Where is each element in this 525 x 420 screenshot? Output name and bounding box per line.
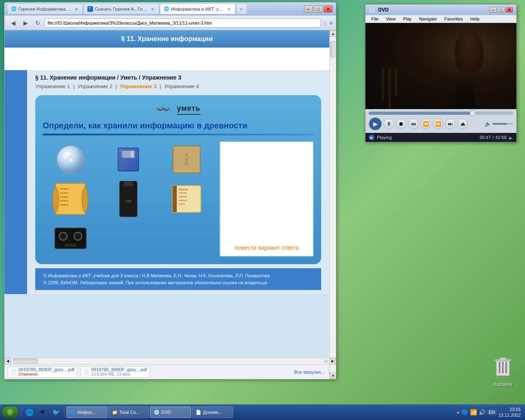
item-clay-tablet[interactable]: 𒀭𒈗𒄑𒂃𒀭𒈗 — [159, 141, 215, 178]
taskbar-app-dvd[interactable]: 💿 DVD — [150, 406, 191, 418]
nav-exercise2[interactable]: Упражнение 2 — [78, 83, 112, 89]
tray-network[interactable]: 📶 — [470, 409, 477, 415]
item-book[interactable]: Курсив≡≡≡≡≡≡≡≡≡≡≡≡≡≡≡≡≡≡≡ — [159, 180, 215, 217]
svg-rect-3 — [505, 362, 507, 373]
minimize-button[interactable]: ─ — [304, 5, 313, 13]
dvd-menu-navigate[interactable]: Navigate — [416, 16, 440, 22]
dvd-menu-view[interactable]: View — [383, 16, 399, 22]
dvd-next-chapter[interactable]: ⏭ — [445, 119, 456, 129]
dvd-seekbar-thumb[interactable] — [470, 110, 475, 116]
maximize-button[interactable]: □ — [314, 5, 323, 13]
item-cd[interactable] — [43, 141, 98, 178]
back-button[interactable]: ◀ — [8, 18, 18, 28]
download-item-1[interactable]: 📄 0919780_809DF_gory....pdf Отменено — [8, 366, 77, 378]
tray-date-display: 13.11.2012 — [498, 412, 521, 418]
dvd-menu-favorites[interactable]: Favorites — [441, 16, 466, 22]
dvd-fastforward[interactable]: ⏩ — [433, 119, 443, 129]
menu-button[interactable]: ≡ — [329, 20, 333, 26]
tab2-favicon: T — [87, 6, 93, 12]
nav-sep3: | — [160, 83, 162, 89]
tray-volume[interactable]: 🔊 — [479, 409, 486, 415]
tab1-close[interactable]: ✕ — [73, 6, 79, 12]
scroll-left-arrow[interactable]: ◀ — [5, 358, 11, 365]
dvd-win-controls: ─ □ ✕ — [489, 7, 513, 13]
tray-lang[interactable]: EN — [487, 409, 497, 415]
svg-rect-5 — [500, 358, 506, 360]
dvd-seekbar-fill — [369, 112, 472, 115]
close-button[interactable]: ✕ — [324, 5, 333, 13]
umet-label: уметь — [177, 104, 201, 115]
dvd-maximize[interactable]: □ — [498, 7, 505, 13]
h-scroll-thumb[interactable] — [13, 358, 38, 363]
dvd-menubar: File View Play Navigate Favorites Help — [365, 15, 516, 23]
dots-button[interactable]: ⊡ — [323, 359, 329, 363]
start-orb — [7, 409, 14, 415]
dvd-volume-bar[interactable] — [493, 123, 513, 125]
drop-area[interactable]: помести вариант ответа — [219, 141, 314, 257]
dvd-volume-icon: 🔈 — [485, 121, 491, 127]
tab-new[interactable]: + — [237, 4, 247, 14]
ql-eye[interactable]: 👁 — [37, 406, 49, 418]
tab-3[interactable]: 🌐 Информатика и ИКТ: уч… ✕ — [160, 4, 235, 14]
dvd-stop-button[interactable]: ⏹ — [396, 119, 406, 129]
start-button[interactable] — [2, 406, 19, 418]
all-downloads-link[interactable]: Все загрузки... — [294, 370, 324, 374]
tray-icon-1[interactable]: 🔵 — [461, 409, 468, 415]
item-usb[interactable]: USB — [101, 180, 157, 217]
ql-ie[interactable]: 🌐 — [23, 406, 36, 418]
horizontal-scrollbar[interactable]: ◀ ⊡ ▶ — [5, 358, 336, 364]
taskbar-dvd-icon: 💿 — [154, 410, 160, 415]
nav-exercise1[interactable]: Упражнение 1 — [35, 83, 70, 89]
dvd-play-button[interactable]: ▶ — [369, 117, 382, 130]
dvd-minimize[interactable]: ─ — [489, 7, 497, 13]
dvd-time-display: 30:47 / 42:08 🔈 — [479, 135, 513, 140]
scroll-right-arrow[interactable]: ▶ — [329, 358, 336, 365]
item-cassette[interactable] — [43, 220, 98, 257]
dvd-menu-play[interactable]: Play — [399, 16, 415, 22]
scroll-down-arrow[interactable]: ▼ — [330, 372, 336, 379]
taskbar-app-doc[interactable]: 📄 Докуме... — [192, 406, 233, 418]
item-floppy[interactable] — [101, 141, 157, 178]
dvd-seekbar-container[interactable] — [369, 112, 513, 115]
dvd-eject[interactable]: ⏏ — [457, 119, 468, 129]
tab-1[interactable]: 🌐 Горячев Информатика в … ✕ — [8, 4, 82, 14]
scroll-up-arrow[interactable]: ▲ — [330, 30, 336, 37]
dvd-pause-button[interactable]: ⏸ — [383, 119, 394, 129]
bookmark-star[interactable]: ☆ — [322, 20, 328, 26]
dvd-seekbar[interactable] — [369, 112, 513, 115]
forward-button[interactable]: ▶ — [20, 18, 31, 28]
dvd-menu-help[interactable]: Help — [467, 16, 483, 22]
taskbar-app-totalcmd[interactable]: 📁 Total Co... — [108, 406, 149, 418]
blue-line — [43, 134, 314, 135]
recycle-bin[interactable]: Корзина — [493, 355, 513, 387]
tray-expand[interactable]: ◄ — [456, 410, 460, 415]
address-bar[interactable] — [45, 18, 321, 27]
dvd-prev-chapter[interactable]: ⏮ — [408, 119, 419, 129]
dvd-close[interactable]: ✕ — [506, 7, 513, 13]
item-scroll[interactable]: ≡≡≡≡≡≡≡≡≡≡≡≡≡≡≡≡≡≡≡≡≡≡≡≡≡ — [43, 180, 98, 217]
recycle-bin-label: Корзина — [493, 381, 513, 387]
download1-status: Отменено — [18, 372, 74, 377]
nav-exercise3[interactable]: Упражнение 3 — [120, 83, 157, 89]
scroll-track[interactable] — [330, 37, 336, 372]
h-scroll-track[interactable] — [11, 358, 323, 365]
reload-button[interactable]: ↻ — [32, 18, 43, 28]
vertical-scrollbar[interactable]: ▲ ▼ — [329, 30, 336, 379]
tab2-close[interactable]: ✕ — [150, 6, 155, 12]
items-grid: 𒀭𒈗𒄑𒂃𒀭𒈗 ≡≡≡≡≡≡≡≡≡≡≡≡≡≡≡≡≡≡≡≡≡≡≡≡≡ — [43, 141, 215, 257]
dvd-rewind[interactable]: ⏪ — [420, 119, 431, 129]
dvd-buttons: ▶ ⏸ ⏹ ⏮ ⏪ ⏩ ⏭ ⏏ 🔈 — [369, 117, 513, 130]
download-item-2[interactable]: 📄 0919780_809DF_gory....pdf 15,6/164 МБ,… — [80, 366, 150, 378]
breadcrumb: § 11. Хранение информации / Уметь / Упра… — [35, 74, 321, 81]
dvd-scene — [365, 23, 516, 109]
taskbar-doc-label: Докуме... — [203, 410, 222, 415]
scroll-thumb[interactable] — [330, 41, 335, 57]
dvd-menu-file[interactable]: File — [368, 16, 382, 22]
tab3-close[interactable]: ✕ — [226, 6, 232, 12]
tab-2[interactable]: T Скачать Горячев А., Горя… ✕ — [84, 4, 159, 14]
taskbar-app-browser[interactable]: 🌐 Инфор... — [66, 406, 107, 418]
ql-bird-icon: 🐦 — [52, 409, 59, 415]
nav-exercise4[interactable]: Упражнение 4 — [164, 83, 199, 89]
browser-titlebar: 🌐 Горячев Информатика в … ✕ T Скачать Го… — [5, 2, 336, 16]
ql-bird[interactable]: 🐦 — [50, 406, 62, 418]
